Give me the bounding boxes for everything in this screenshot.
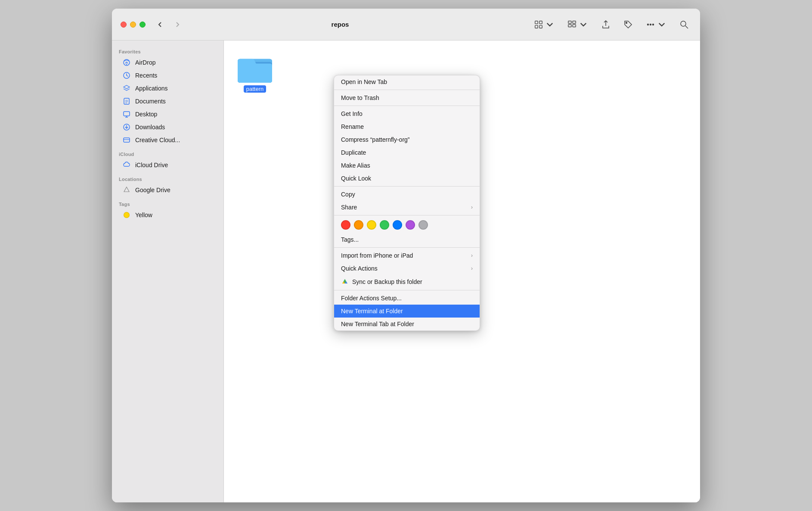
svg-rect-3 xyxy=(539,25,542,28)
sidebar-item-applications[interactable]: Applications xyxy=(115,82,220,95)
divider-3 xyxy=(334,186,480,187)
svg-rect-6 xyxy=(573,21,576,23)
sidebar-item-documents[interactable]: Documents xyxy=(115,95,220,108)
menu-item-get-info[interactable]: Get Info xyxy=(334,107,480,120)
tag-button[interactable] xyxy=(621,18,635,31)
title-bar: repos xyxy=(112,9,700,41)
sync-backup-left: Sync or Backup this folder xyxy=(341,278,422,286)
sidebar-section-favorites: Favorites AirDrop xyxy=(112,47,223,146)
svg-marker-27 xyxy=(124,187,129,192)
menu-item-new-terminal-folder[interactable]: New Terminal at Folder xyxy=(334,305,480,318)
documents-label: Documents xyxy=(135,98,166,105)
menu-label-import-iphone: Import from iPhone or iPad xyxy=(341,252,413,259)
color-dot-orange[interactable] xyxy=(354,220,363,230)
menu-item-copy[interactable]: Copy xyxy=(334,188,480,201)
sidebar-item-creative-cloud[interactable]: Creative Cloud... xyxy=(115,134,220,146)
quick-actions-arrow-icon: › xyxy=(471,265,473,271)
menu-item-open-new-tab[interactable]: Open in New Tab xyxy=(334,75,480,88)
desktop-label: Desktop xyxy=(135,111,157,118)
folder-item-patternfly[interactable]: pattern xyxy=(234,51,276,96)
sidebar-item-icloud-drive[interactable]: iCloud Drive xyxy=(115,159,220,171)
menu-item-move-trash[interactable]: Move to Trash xyxy=(334,91,480,104)
sidebar-item-google-drive[interactable]: Google Drive xyxy=(115,184,220,196)
content-area: pattern Open in New Tab Move to Trash Ge… xyxy=(224,41,700,502)
sidebar-item-airdrop[interactable]: AirDrop xyxy=(115,56,220,69)
desktop-icon xyxy=(122,110,131,118)
airdrop-label: AirDrop xyxy=(135,59,155,66)
downloads-icon xyxy=(122,123,131,131)
menu-label-new-terminal-folder: New Terminal at Folder xyxy=(341,308,403,315)
recents-label: Recents xyxy=(135,72,157,79)
menu-label-folder-actions-setup: Folder Actions Setup... xyxy=(341,295,402,302)
icloud-drive-icon xyxy=(122,161,131,169)
favorites-label: Favorites xyxy=(112,47,223,56)
menu-item-quick-look[interactable]: Quick Look xyxy=(334,172,480,185)
menu-item-folder-actions-setup[interactable]: Folder Actions Setup... xyxy=(334,292,480,305)
divider-2 xyxy=(334,106,480,106)
svg-point-9 xyxy=(648,24,649,25)
color-dot-blue[interactable] xyxy=(393,220,402,230)
google-drive-menu-icon xyxy=(341,278,349,286)
menu-item-share[interactable]: Share › xyxy=(334,201,480,214)
menu-item-compress[interactable]: Compress “patternfly-org” xyxy=(334,133,480,146)
google-drive-label: Google Drive xyxy=(135,187,170,193)
svg-line-13 xyxy=(685,26,688,28)
menu-label-quick-actions: Quick Actions xyxy=(341,265,378,272)
menu-label-copy: Copy xyxy=(341,191,355,198)
view-options-button[interactable] xyxy=(565,18,591,31)
sidebar-section-icloud: iCloud iCloud Drive xyxy=(112,150,223,171)
share-button[interactable] xyxy=(598,18,613,31)
menu-item-import-iphone[interactable]: Import from iPhone or iPad › xyxy=(334,249,480,262)
color-dot-purple[interactable] xyxy=(406,220,415,230)
menu-item-quick-actions[interactable]: Quick Actions › xyxy=(334,262,480,275)
sidebar-item-desktop[interactable]: Desktop xyxy=(115,108,220,121)
color-dot-green[interactable] xyxy=(380,220,389,230)
sidebar-item-yellow-tag[interactable]: Yellow xyxy=(115,209,220,221)
color-dots-row xyxy=(334,217,480,233)
svg-rect-2 xyxy=(535,25,538,28)
sidebar-item-downloads[interactable]: Downloads xyxy=(115,121,220,134)
creative-cloud-label: Creative Cloud... xyxy=(135,137,180,143)
toolbar-actions xyxy=(531,18,691,31)
sidebar-section-tags: Tags Yellow xyxy=(112,200,223,221)
downloads-label: Downloads xyxy=(135,124,165,131)
svg-rect-1 xyxy=(539,21,542,23)
more-button[interactable] xyxy=(643,18,669,31)
menu-item-make-alias[interactable]: Make Alias xyxy=(334,159,480,172)
menu-item-new-terminal-tab[interactable]: New Terminal Tab at Folder xyxy=(334,318,480,330)
svg-rect-21 xyxy=(124,112,130,116)
close-button[interactable] xyxy=(121,22,127,28)
menu-label-get-info: Get Info xyxy=(341,110,363,117)
menu-label-move-trash: Move to Trash xyxy=(341,94,379,101)
menu-item-tags[interactable]: Tags... xyxy=(334,233,480,246)
folder-label: pattern xyxy=(244,85,266,93)
svg-rect-17 xyxy=(124,98,129,104)
share-arrow-icon: › xyxy=(471,204,473,210)
yellow-tag-label: Yellow xyxy=(135,212,152,218)
svg-rect-5 xyxy=(568,25,571,27)
menu-item-duplicate[interactable]: Duplicate xyxy=(334,146,480,159)
svg-point-12 xyxy=(681,21,686,26)
applications-icon xyxy=(122,84,131,93)
svg-point-10 xyxy=(650,24,651,25)
menu-label-compress: Compress “patternfly-org” xyxy=(341,136,410,143)
view-grid-button[interactable] xyxy=(531,18,557,31)
icloud-section-label: iCloud xyxy=(112,150,223,159)
svg-point-8 xyxy=(626,22,627,23)
color-dot-red[interactable] xyxy=(341,220,350,230)
color-dot-gray[interactable] xyxy=(418,220,428,230)
airdrop-icon xyxy=(122,58,131,67)
color-dot-yellow[interactable] xyxy=(367,220,376,230)
menu-item-sync-backup[interactable]: Sync or Backup this folder xyxy=(334,275,480,289)
search-button[interactable] xyxy=(677,18,691,31)
menu-item-rename[interactable]: Rename xyxy=(334,120,480,133)
menu-label-new-terminal-tab: New Terminal Tab at Folder xyxy=(341,321,414,327)
applications-label: Applications xyxy=(135,85,168,92)
menu-label-share: Share xyxy=(341,204,357,211)
menu-label-duplicate: Duplicate xyxy=(341,149,366,156)
yellow-dot-icon xyxy=(122,211,131,219)
sidebar-item-recents[interactable]: Recents xyxy=(115,69,220,82)
zoom-button[interactable] xyxy=(139,22,146,28)
minimize-button[interactable] xyxy=(130,22,136,28)
svg-point-15 xyxy=(126,64,127,65)
